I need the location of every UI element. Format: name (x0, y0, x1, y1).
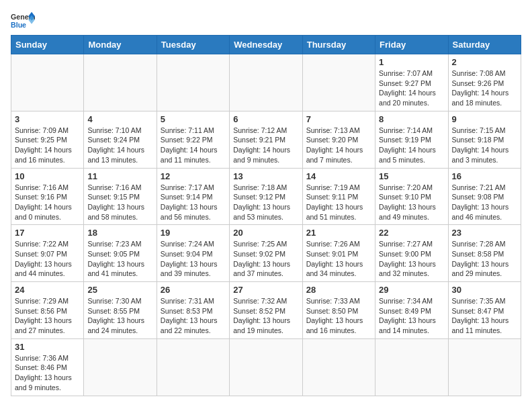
day-number: 6 (233, 114, 298, 124)
header: General Blue (11, 11, 521, 30)
calendar-day-header: Sunday (11, 36, 84, 54)
calendar-day-cell: 30Sunrise: 7:35 AM Sunset: 8:47 PM Dayli… (448, 282, 521, 339)
calendar-day-cell: 6Sunrise: 7:12 AM Sunset: 9:21 PM Daylig… (230, 111, 302, 168)
day-info: Sunrise: 7:07 AM Sunset: 9:27 PM Dayligh… (379, 68, 444, 108)
day-number: 12 (161, 171, 226, 181)
calendar-day-cell: 25Sunrise: 7:30 AM Sunset: 8:55 PM Dayli… (84, 282, 157, 339)
calendar-day-cell: 8Sunrise: 7:14 AM Sunset: 9:19 PM Daylig… (375, 111, 448, 168)
calendar-day-cell: 24Sunrise: 7:29 AM Sunset: 8:56 PM Dayli… (11, 282, 84, 339)
day-info: Sunrise: 7:22 AM Sunset: 9:07 PM Dayligh… (15, 239, 80, 279)
calendar-day-header: Wednesday (230, 36, 302, 54)
calendar-week-row: 3Sunrise: 7:09 AM Sunset: 9:25 PM Daylig… (11, 111, 521, 168)
day-info: Sunrise: 7:14 AM Sunset: 9:19 PM Dayligh… (379, 126, 444, 165)
day-info: Sunrise: 7:19 AM Sunset: 9:11 PM Dayligh… (306, 183, 371, 222)
calendar-day-cell: 12Sunrise: 7:17 AM Sunset: 9:14 PM Dayli… (157, 168, 229, 225)
svg-text:Blue: Blue (11, 21, 26, 29)
day-info: Sunrise: 7:27 AM Sunset: 9:00 PM Dayligh… (379, 239, 444, 279)
calendar-day-cell (84, 338, 157, 396)
day-number: 18 (87, 228, 152, 238)
day-info: Sunrise: 7:36 AM Sunset: 8:46 PM Dayligh… (15, 353, 80, 393)
calendar-day-cell: 13Sunrise: 7:18 AM Sunset: 9:12 PM Dayli… (230, 168, 302, 225)
calendar-day-cell: 17Sunrise: 7:22 AM Sunset: 9:07 PM Dayli… (11, 225, 84, 282)
calendar-day-cell: 2Sunrise: 7:08 AM Sunset: 9:26 PM Daylig… (448, 54, 521, 111)
calendar-day-cell: 1Sunrise: 7:07 AM Sunset: 9:27 PM Daylig… (375, 54, 448, 111)
day-info: Sunrise: 7:12 AM Sunset: 9:21 PM Dayligh… (233, 126, 298, 165)
day-info: Sunrise: 7:09 AM Sunset: 9:25 PM Dayligh… (15, 126, 80, 165)
calendar-day-header: Monday (84, 36, 157, 54)
calendar-day-cell: 23Sunrise: 7:28 AM Sunset: 8:58 PM Dayli… (448, 225, 521, 282)
day-number: 2 (452, 57, 517, 67)
calendar-day-cell: 7Sunrise: 7:13 AM Sunset: 9:20 PM Daylig… (302, 111, 375, 168)
day-info: Sunrise: 7:28 AM Sunset: 8:58 PM Dayligh… (452, 239, 517, 279)
calendar-day-cell: 18Sunrise: 7:23 AM Sunset: 9:05 PM Dayli… (84, 225, 157, 282)
calendar-day-cell: 14Sunrise: 7:19 AM Sunset: 9:11 PM Dayli… (302, 168, 375, 225)
day-number: 23 (452, 228, 517, 238)
day-number: 8 (379, 114, 444, 124)
calendar-day-header: Friday (375, 36, 448, 54)
calendar-header-row: SundayMondayTuesdayWednesdayThursdayFrid… (11, 36, 521, 54)
day-info: Sunrise: 7:20 AM Sunset: 9:10 PM Dayligh… (379, 183, 444, 222)
day-number: 9 (452, 114, 517, 124)
day-number: 5 (161, 114, 226, 124)
day-number: 29 (379, 285, 444, 295)
calendar-day-cell: 11Sunrise: 7:16 AM Sunset: 9:15 PM Dayli… (84, 168, 157, 225)
calendar-day-header: Thursday (302, 36, 375, 54)
calendar-day-cell (302, 338, 375, 396)
day-number: 31 (15, 342, 80, 352)
calendar-day-cell: 29Sunrise: 7:34 AM Sunset: 8:49 PM Dayli… (375, 282, 448, 339)
calendar-day-cell (157, 338, 229, 396)
calendar-day-cell (230, 338, 302, 396)
day-info: Sunrise: 7:21 AM Sunset: 9:08 PM Dayligh… (452, 183, 517, 222)
day-number: 22 (379, 228, 444, 238)
day-info: Sunrise: 7:23 AM Sunset: 9:05 PM Dayligh… (87, 239, 152, 279)
day-number: 1 (379, 57, 444, 67)
calendar-day-cell (302, 54, 375, 111)
calendar-day-cell: 27Sunrise: 7:32 AM Sunset: 8:52 PM Dayli… (230, 282, 302, 339)
calendar-day-cell (157, 54, 229, 111)
calendar-day-cell: 21Sunrise: 7:26 AM Sunset: 9:01 PM Dayli… (302, 225, 375, 282)
day-info: Sunrise: 7:34 AM Sunset: 8:49 PM Dayligh… (379, 296, 444, 336)
day-number: 17 (15, 228, 80, 238)
day-info: Sunrise: 7:30 AM Sunset: 8:55 PM Dayligh… (87, 296, 152, 336)
calendar-day-cell: 3Sunrise: 7:09 AM Sunset: 9:25 PM Daylig… (11, 111, 84, 168)
day-number: 4 (87, 114, 152, 124)
day-info: Sunrise: 7:13 AM Sunset: 9:20 PM Dayligh… (306, 126, 371, 165)
calendar-day-cell (11, 54, 84, 111)
day-number: 28 (306, 285, 371, 295)
calendar-week-row: 24Sunrise: 7:29 AM Sunset: 8:56 PM Dayli… (11, 282, 521, 339)
calendar-day-cell: 20Sunrise: 7:25 AM Sunset: 9:02 PM Dayli… (230, 225, 302, 282)
day-number: 30 (452, 285, 517, 295)
calendar-day-cell: 5Sunrise: 7:11 AM Sunset: 9:22 PM Daylig… (157, 111, 229, 168)
calendar-day-cell: 4Sunrise: 7:10 AM Sunset: 9:24 PM Daylig… (84, 111, 157, 168)
calendar-day-header: Saturday (448, 36, 521, 54)
calendar-day-cell: 28Sunrise: 7:33 AM Sunset: 8:50 PM Dayli… (302, 282, 375, 339)
calendar-day-cell (230, 54, 302, 111)
calendar-day-cell: 10Sunrise: 7:16 AM Sunset: 9:16 PM Dayli… (11, 168, 84, 225)
day-info: Sunrise: 7:35 AM Sunset: 8:47 PM Dayligh… (452, 296, 517, 336)
day-number: 13 (233, 171, 298, 181)
day-number: 19 (161, 228, 226, 238)
calendar-day-cell (84, 54, 157, 111)
calendar-day-cell: 15Sunrise: 7:20 AM Sunset: 9:10 PM Dayli… (375, 168, 448, 225)
day-number: 24 (15, 285, 80, 295)
calendar-table: SundayMondayTuesdayWednesdayThursdayFrid… (11, 35, 521, 396)
day-info: Sunrise: 7:31 AM Sunset: 8:53 PM Dayligh… (161, 296, 226, 336)
day-info: Sunrise: 7:11 AM Sunset: 9:22 PM Dayligh… (161, 126, 226, 165)
day-number: 26 (161, 285, 226, 295)
generalblue-logo-icon: General Blue (11, 11, 35, 30)
calendar-day-cell: 31Sunrise: 7:36 AM Sunset: 8:46 PM Dayli… (11, 338, 84, 396)
day-number: 14 (306, 171, 371, 181)
day-number: 7 (306, 114, 371, 124)
calendar-week-row: 1Sunrise: 7:07 AM Sunset: 9:27 PM Daylig… (11, 54, 521, 111)
day-number: 21 (306, 228, 371, 238)
calendar-week-row: 10Sunrise: 7:16 AM Sunset: 9:16 PM Dayli… (11, 168, 521, 225)
day-number: 27 (233, 285, 298, 295)
day-info: Sunrise: 7:29 AM Sunset: 8:56 PM Dayligh… (15, 296, 80, 336)
day-info: Sunrise: 7:16 AM Sunset: 9:15 PM Dayligh… (87, 183, 152, 222)
calendar-day-cell: 16Sunrise: 7:21 AM Sunset: 9:08 PM Dayli… (448, 168, 521, 225)
day-number: 10 (15, 171, 80, 181)
day-info: Sunrise: 7:32 AM Sunset: 8:52 PM Dayligh… (233, 296, 298, 336)
day-info: Sunrise: 7:18 AM Sunset: 9:12 PM Dayligh… (233, 183, 298, 222)
day-info: Sunrise: 7:33 AM Sunset: 8:50 PM Dayligh… (306, 296, 371, 336)
calendar-week-row: 31Sunrise: 7:36 AM Sunset: 8:46 PM Dayli… (11, 338, 521, 396)
